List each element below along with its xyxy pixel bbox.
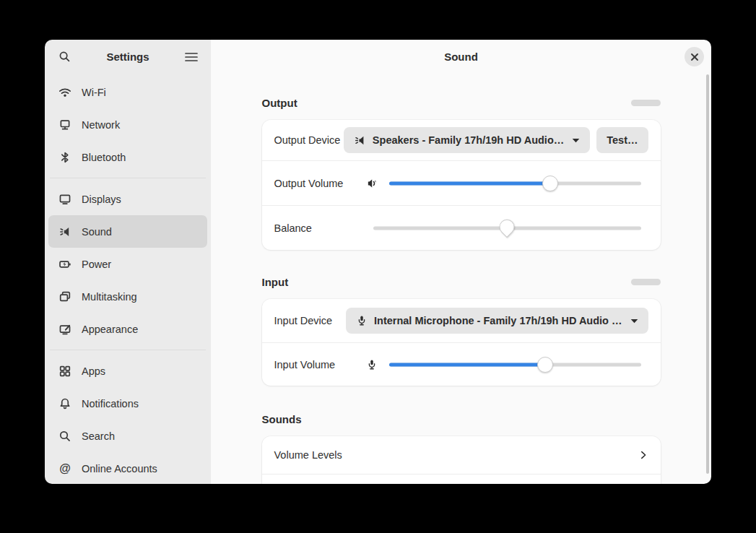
speaker-icon [354,134,366,147]
sound-icon [58,225,71,238]
clipped-row[interactable] [262,474,661,484]
input-level-meter [631,279,661,285]
sidebar-item-label: Power [82,259,111,270]
scrollbar[interactable] [706,74,709,474]
sounds-title: Sounds [262,413,302,425]
bell-icon [58,397,71,410]
sidebar-item-label: Search [82,430,115,442]
sidebar-title: Settings [75,51,181,63]
microphone-icon [365,359,379,370]
sidebar-item-label: Appearance [82,324,138,335]
balance-row: Balance [262,205,661,250]
close-button[interactable] [685,47,704,66]
sidebar-item-label: Displays [82,194,121,205]
input-volume-row: Input Volume [262,342,661,386]
output-device-row: Output Device Speakers - Family 17h/19h … [262,120,661,160]
network-icon [58,118,71,131]
output-device-label: Output Device [274,134,341,146]
microphone-icon [356,315,368,326]
output-volume-slider-handle[interactable] [542,176,558,191]
output-level-meter [631,100,661,106]
sidebar-item-apps[interactable]: Apps [48,355,207,387]
sidebar-item-search[interactable]: Search [48,420,207,452]
sounds-card: Volume Levels [262,436,661,484]
sidebar-nav: Wi-Fi Network Bluetooth Displays [45,74,211,484]
input-card: Input Device Internal Microphone - Famil… [262,299,661,386]
sidebar-item-label: Multitasking [82,291,137,303]
sidebar-header: Settings [45,40,211,74]
output-volume-row: Output Volume [262,160,661,205]
search-icon [58,430,71,443]
hamburger-icon [185,52,198,62]
input-device-value: Internal Microphone - Family 17h/19h HD … [374,315,622,326]
sidebar-item-multitasking[interactable]: Multitasking [48,280,207,313]
headerbar: Sound [211,40,711,74]
test-speakers-button[interactable]: Test… [596,127,648,153]
chevron-right-icon [638,450,648,460]
wifi-icon [58,86,71,99]
volume-levels-row[interactable]: Volume Levels [262,436,661,474]
balance-label: Balance [274,222,365,234]
apps-icon [58,365,71,378]
sounds-section-header: Sounds [262,412,661,426]
sidebar-item-label: Notifications [82,398,139,410]
sidebar-item-label: Network [82,119,120,131]
sidebar: Settings Wi-Fi Network [45,40,211,484]
input-device-dropdown[interactable]: Internal Microphone - Family 17h/19h HD … [346,308,648,334]
output-device-dropdown[interactable]: Speakers - Family 17h/19h HD Audio… [344,127,590,153]
power-icon [58,258,71,271]
sidebar-item-wifi[interactable]: Wi-Fi [48,76,207,108]
output-title: Output [262,97,297,109]
settings-window: Settings Wi-Fi Network [45,40,711,484]
main-menu-button[interactable] [181,46,202,68]
chevron-down-icon [630,318,638,324]
input-volume-slider-handle[interactable] [537,357,553,373]
input-volume-label: Input Volume [274,359,365,370]
sidebar-item-sound[interactable]: Sound [48,215,207,248]
balance-slider[interactable] [373,219,641,238]
test-button-label: Test… [607,134,638,146]
volume-icon [365,177,379,190]
sidebar-item-network[interactable]: Network [48,108,207,141]
chevron-down-icon [572,138,580,143]
output-section-header: Output [262,95,661,110]
sidebar-item-power[interactable]: Power [48,248,207,280]
sidebar-item-label: Sound [82,226,112,238]
sidebar-item-label: Apps [82,365,105,377]
output-volume-label: Output Volume [274,178,365,189]
balance-slider-handle[interactable] [496,216,518,238]
search-icon [58,51,71,63]
input-device-row: Input Device Internal Microphone - Famil… [262,299,661,342]
output-device-value: Speakers - Family 17h/19h HD Audio… [373,134,564,146]
sidebar-item-notifications[interactable]: Notifications [48,387,207,420]
sidebar-separator [50,178,206,178]
sidebar-item-online-accounts[interactable]: @ Online Accounts [48,452,207,484]
multitasking-icon [58,290,71,303]
search-button[interactable] [53,46,75,68]
at-icon: @ [58,462,71,475]
sidebar-item-label: Bluetooth [82,152,126,163]
input-title: Input [262,276,289,288]
sound-panel: Sound Output Output Device [211,40,711,484]
input-volume-slider[interactable] [389,355,641,374]
close-icon [690,53,699,61]
page-title: Sound [444,51,478,63]
sidebar-item-appearance[interactable]: Appearance [48,313,207,345]
input-section-header: Input [262,274,661,289]
displays-icon [58,193,71,206]
output-card: Output Device Speakers - Family 17h/19h … [262,120,661,250]
sound-content: Output Output Device Speakers - Family 1… [262,74,661,484]
sidebar-item-label: Wi-Fi [82,87,106,98]
input-device-label: Input Device [274,315,333,326]
bluetooth-icon [58,151,71,164]
sidebar-item-label: Online Accounts [82,463,157,474]
sidebar-item-bluetooth[interactable]: Bluetooth [48,141,207,173]
output-volume-slider[interactable] [389,174,641,193]
sidebar-separator [50,350,206,350]
sidebar-item-displays[interactable]: Displays [48,183,207,215]
appearance-icon [58,323,71,336]
desktop: { "sidebar": { "title": "Settings", "ite… [0,0,756,533]
volume-levels-label: Volume Levels [274,449,342,461]
